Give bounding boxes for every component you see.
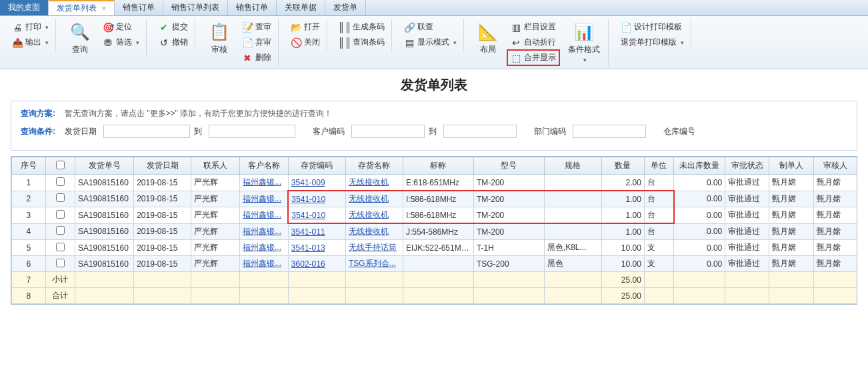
tab-shipping-doc[interactable]: 发货单 [325, 0, 366, 15]
col-contact[interactable]: 联系人 [191, 157, 240, 175]
abandon-button[interactable]: 📄弃审 [239, 35, 274, 49]
table-row[interactable]: 3SA1908151602019-08-15严光辉福州鑫锻...3541-010… [12, 207, 858, 224]
select-all-checkbox[interactable] [56, 161, 65, 169]
tab-sales-order-2[interactable]: 销售订单 [228, 0, 277, 15]
return-template-button[interactable]: 退货单打印模版▾ [618, 35, 687, 49]
cell [191, 272, 240, 288]
revoke-button[interactable]: ↺撤销 [156, 35, 191, 49]
row-checkbox[interactable] [56, 193, 65, 202]
close-icon[interactable]: × [102, 5, 106, 12]
dept-code-input[interactable] [573, 125, 646, 138]
item-code-link[interactable]: 3541-010 [291, 211, 325, 220]
col-spec[interactable]: 规格 [544, 157, 601, 175]
tab-related-docs[interactable]: 关联单据 [277, 0, 325, 15]
cust-code-from-input[interactable] [351, 125, 425, 138]
table-row[interactable]: 2SA1908151602019-08-15严光辉福州鑫锻...3541-010… [12, 191, 858, 207]
col-item-code[interactable]: 存货编码 [288, 157, 345, 175]
item-code-link[interactable]: 3541-010 [291, 195, 325, 204]
cell: 无线接收机 [345, 175, 403, 191]
customer-link[interactable]: 福州鑫锻... [243, 243, 281, 252]
auto-wrap-button[interactable]: ↩自动折行 [508, 35, 559, 49]
customer-link[interactable]: 福州鑫锻... [243, 259, 281, 268]
audit-button[interactable]: 📋审核 [205, 20, 234, 57]
table-row[interactable]: 1SA1908151602019-08-15严光辉福州鑫锻...3541-009… [12, 175, 858, 191]
total-row: 8合计25.00 [12, 288, 858, 304]
col-unit[interactable]: 单位 [644, 157, 673, 175]
cell: 审批通过 [725, 207, 769, 224]
row-checkbox[interactable] [56, 210, 65, 219]
display-mode-button[interactable]: ▤显示模式▾ [401, 35, 459, 49]
cell: 严光辉 [191, 191, 240, 207]
item-name-link[interactable]: 无线接收机 [349, 194, 389, 203]
item-name-link[interactable]: 无线接收机 [349, 227, 389, 236]
ship-date-label: 发货日期 [65, 126, 97, 137]
print-label: 打印 [25, 21, 41, 33]
export-button[interactable]: 📤输出▾ [9, 35, 51, 49]
col-ship-date[interactable]: 发货日期 [134, 157, 191, 175]
tab-shipping-list[interactable]: 发货单列表× [49, 0, 115, 15]
ship-date-from-input[interactable] [103, 125, 190, 138]
merge-display-button[interactable]: ⬚合并显示 [508, 51, 559, 65]
item-code-link[interactable]: 3541-011 [291, 227, 325, 237]
item-name-link[interactable]: TSG系列会... [349, 259, 396, 268]
query-barcode-button[interactable]: ║║查询条码 [337, 35, 387, 49]
col-qty[interactable]: 数量 [601, 157, 644, 175]
delete-button[interactable]: ✖删除 [239, 51, 274, 65]
item-name-link[interactable]: 无线接收机 [349, 210, 389, 219]
cell: 严光辉 [191, 175, 240, 191]
close-button[interactable]: 🚫关闭 [288, 35, 323, 49]
customer-link[interactable]: 福州鑫锻... [243, 227, 281, 236]
ship-date-to-input[interactable] [209, 125, 295, 138]
print-button[interactable]: 🖨打印▾ [9, 20, 51, 34]
linked-button[interactable]: 🔗联查 [401, 20, 459, 34]
cell [240, 288, 289, 304]
col-model[interactable]: 型号 [473, 157, 544, 175]
item-code-link[interactable]: 3541-009 [291, 178, 325, 187]
gen-barcode-button[interactable]: ║║生成条码 [337, 20, 387, 34]
delete-label: 删除 [255, 52, 271, 63]
col-maker[interactable]: 制单人 [769, 157, 813, 175]
design-template-button[interactable]: 📄设计打印模板 [618, 20, 687, 34]
query-button[interactable]: 🔍查询 [65, 20, 95, 57]
col-nominal[interactable]: 标称 [403, 157, 473, 175]
item-code-link[interactable]: 3602-016 [291, 259, 325, 269]
table-row[interactable]: 6SA1908151602019-08-15严光辉福州鑫锻...3602-016… [12, 256, 858, 272]
open-button[interactable]: 📂打开 [288, 20, 323, 34]
row-checkbox[interactable] [56, 226, 65, 235]
customer-link[interactable]: 福州鑫锻... [243, 194, 281, 203]
filter-button[interactable]: ⛃筛选▾ [100, 35, 142, 49]
cell: I:586-618MHz [403, 207, 473, 224]
item-code-link[interactable]: 3541-013 [291, 243, 325, 253]
col-auditor[interactable]: 审核人 [813, 157, 857, 175]
cond-format-button[interactable]: 📊条件格式▾ [564, 20, 604, 65]
table-row[interactable]: 5SA1908151602019-08-15严光辉福州鑫锻...3541-013… [12, 240, 858, 256]
tab-home[interactable]: 我的桌面 [0, 0, 49, 15]
customer-link[interactable]: 福州鑫锻... [243, 177, 281, 187]
row-checkbox[interactable] [56, 243, 65, 251]
item-name-link[interactable]: 无线接收机 [349, 177, 389, 187]
submit-button[interactable]: ✔提交 [156, 20, 191, 34]
review-button[interactable]: 📝查审 [239, 20, 274, 34]
col-checkbox[interactable] [45, 157, 75, 175]
cust-code-to-input[interactable] [443, 125, 517, 138]
col-customer[interactable]: 客户名称 [240, 157, 289, 175]
cust-code-label: 客户编码 [313, 126, 345, 137]
col-audit-status[interactable]: 审批状态 [725, 157, 769, 175]
item-name-link[interactable]: 无线手持话筒 [349, 243, 397, 252]
col-seq[interactable]: 序号 [12, 157, 46, 175]
page-title: 发货单列表 [0, 69, 868, 98]
row-checkbox[interactable] [56, 177, 65, 186]
col-item-name[interactable]: 存货名称 [345, 157, 403, 175]
col-ship-no[interactable]: 发货单号 [75, 157, 133, 175]
column-setting-button[interactable]: ▥栏目设置 [508, 20, 559, 34]
cell: SA190815160 [75, 223, 133, 240]
tab-sales-order-1[interactable]: 销售订单 [115, 0, 163, 15]
customer-link[interactable]: 福州鑫锻... [243, 210, 281, 219]
layout-button[interactable]: 📐布局 [473, 20, 503, 57]
col-out-qty[interactable]: 未出库数量 [674, 157, 725, 175]
table-row[interactable]: 4SA1908151602019-08-15严光辉福州鑫锻...3541-011… [12, 223, 858, 240]
tab-sales-order-list[interactable]: 销售订单列表 [163, 0, 228, 15]
locate-button[interactable]: 🎯定位 [100, 20, 142, 34]
row-checkbox[interactable] [56, 259, 65, 267]
cell: 1 [12, 175, 46, 191]
